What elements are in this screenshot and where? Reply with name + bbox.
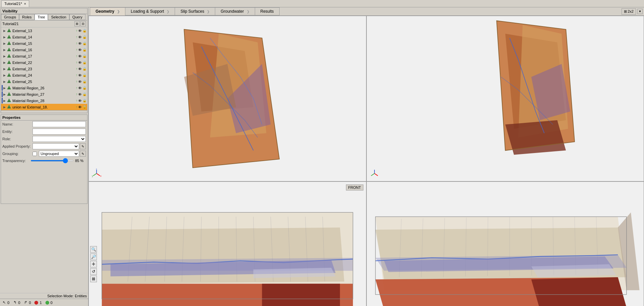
item-move-up-icon[interactable]: ↑ [76,54,77,58]
item-move-up-icon[interactable]: ↑ [76,42,77,45]
tree-item[interactable]: ▶Material Region_26↑👁🔒 [1,85,87,91]
grid-layout-btn[interactable]: ⊞ 2x2 [622,8,636,15]
tree-item[interactable]: ▶External_23↑👁🔒 [1,66,87,72]
tab-query[interactable]: Query [69,14,85,20]
item-lock-icon[interactable]: 🔒 [82,86,86,90]
viewport-top-left[interactable]: x y z [89,16,366,181]
expand-arrow[interactable]: ▶ [3,105,7,109]
item-visibility-icon[interactable]: 👁 [78,61,82,65]
viewport-bottom-right[interactable] [366,181,644,306]
tab-loading[interactable]: Loading & Support [125,7,175,15]
item-lock-icon[interactable]: 🔒 [82,42,86,45]
expand-arrow[interactable]: ▶ [3,99,7,102]
item-lock-icon[interactable]: 🔒 [82,73,86,77]
grouping-checkbox[interactable] [33,152,37,156]
tab-results[interactable]: Results [255,7,280,15]
tab-slip[interactable]: Slip Surfaces [175,7,215,15]
expand-arrow[interactable]: ▶ [3,86,7,90]
rotate-btn[interactable]: ↺ [90,268,97,275]
item-lock-icon[interactable]: 🔒 [82,48,86,52]
item-lock-icon[interactable]: 🔒 [82,99,86,102]
item-lock-icon[interactable]: 🔒 [82,54,86,58]
item-visibility-icon[interactable]: 👁 [78,99,82,103]
item-visibility-icon[interactable]: 👁 [78,48,82,52]
item-visibility-icon[interactable]: 👁 [78,105,82,109]
item-visibility-icon[interactable]: 👁 [78,80,82,84]
tree-item[interactable]: ▶External_25↑👁🔒 [1,78,87,85]
item-move-up-icon[interactable]: ↑ [76,99,77,102]
item-lock-icon[interactable]: 🔒 [82,67,86,71]
transparency-slider[interactable] [31,160,74,161]
tree-scrollbar[interactable] [1,110,87,113]
prop-role-select[interactable] [33,136,86,142]
item-visibility-icon[interactable]: 👁 [78,86,82,90]
expand-arrow[interactable]: ▶ [3,80,7,83]
expand-arrow[interactable]: ▶ [3,42,7,45]
tree-item[interactable]: ▶union w/ External_18.↑👁🔒 [1,104,87,110]
item-move-up-icon[interactable]: ↑ [76,48,77,52]
item-visibility-icon[interactable]: 👁 [78,35,82,39]
item-lock-icon[interactable]: 🔒 [82,61,86,64]
tab-selection[interactable]: Selection [48,14,69,20]
item-visibility-icon[interactable]: 👁 [78,29,82,33]
item-move-up-icon[interactable]: ↑ [76,29,77,32]
tree-item[interactable]: ▶External_15↑👁🔒 [1,40,87,47]
tab-groundwater[interactable]: Groundwater [215,7,255,15]
expand-arrow[interactable]: ▶ [3,61,7,64]
item-move-up-icon[interactable]: ↑ [76,73,77,77]
tab-tree[interactable]: Tree [35,14,48,20]
prop-grouping-edit-btn[interactable]: ✎ [80,151,86,157]
item-visibility-icon[interactable]: 👁 [78,67,82,71]
prop-applied-select[interactable] [33,143,79,149]
item-visibility-icon[interactable]: 👁 [78,92,82,96]
prop-applied-edit-btn[interactable]: ✎ [80,143,86,149]
extra-btn[interactable]: ⊠ [90,276,97,282]
prop-name-input[interactable] [33,121,86,127]
viewport-top-right[interactable] [366,16,644,181]
prop-grouping-select[interactable]: Ungrouped [39,151,79,157]
item-move-up-icon[interactable]: ↑ [76,86,77,90]
tab-close-btn[interactable]: × [24,2,26,6]
tree-item[interactable]: ▶External_22↑👁🔒 [1,59,87,66]
tab-roles[interactable]: Roles [19,14,35,20]
tab-groups[interactable]: Groups [1,14,19,20]
item-move-up-icon[interactable]: ↑ [76,35,77,39]
tree-item[interactable]: ▶External_14↑👁🔒 [1,34,87,40]
pan-btn[interactable]: ✛ [90,261,97,267]
zoom-in-btn[interactable]: 🔎 [90,253,97,260]
document-tab[interactable]: Tutorial21* × [1,0,29,7]
item-lock-icon[interactable]: 🔒 [82,29,86,32]
item-move-up-icon[interactable]: ↑ [76,61,77,64]
tree-item[interactable]: ▶Material Region_27↑👁🔒 [1,91,87,97]
item-visibility-icon[interactable]: 👁 [78,73,82,77]
item-lock-icon[interactable]: 🔒 [82,80,86,83]
tree-item[interactable]: ▶External_13↑👁🔒 [1,27,87,34]
expand-arrow[interactable]: ▶ [3,93,7,96]
expand-arrow[interactable]: ▶ [3,67,7,71]
item-visibility-icon[interactable]: 👁 [78,54,82,58]
item-lock-icon[interactable]: 🔒 [82,92,86,96]
tree-item[interactable]: ▶External_24↑👁🔒 [1,72,87,78]
item-move-up-icon[interactable]: ↑ [76,80,77,83]
tree-item[interactable]: ▶Material Region_28↑👁🔒 [1,97,87,104]
zoom-fit-btn[interactable]: 🔍 [90,246,97,253]
prop-entity-input[interactable] [33,129,86,135]
viewport-bottom-left[interactable]: 🔍 🔎 ✛ ↺ ⊠ FRONT [89,181,366,306]
tab-geometry[interactable]: Geometry [90,7,125,15]
grid-dropdown-btn[interactable]: ▼ [637,9,643,14]
tree-item[interactable]: ▶External_16↑👁🔒 [1,47,87,53]
item-lock-icon[interactable]: 🔒 [82,105,86,109]
expand-arrow[interactable]: ▶ [3,55,7,58]
collapse-icon[interactable]: ⊟ [80,21,86,26]
item-move-up-icon[interactable]: ↑ [76,67,77,71]
item-move-up-icon[interactable]: ↑ [76,105,77,109]
tree-item[interactable]: ▶External_17↑👁🔒 [1,53,87,59]
expand-arrow[interactable]: ▶ [3,48,7,52]
expand-arrow[interactable]: ▶ [3,35,7,39]
item-move-up-icon[interactable]: ↑ [76,92,77,96]
item-visibility-icon[interactable]: 👁 [78,42,82,46]
expand-arrow[interactable]: ▶ [3,29,7,32]
item-lock-icon[interactable]: 🔒 [82,35,86,39]
expand-arrow[interactable]: ▶ [3,74,7,77]
expand-icon[interactable]: ⊞ [74,21,80,26]
